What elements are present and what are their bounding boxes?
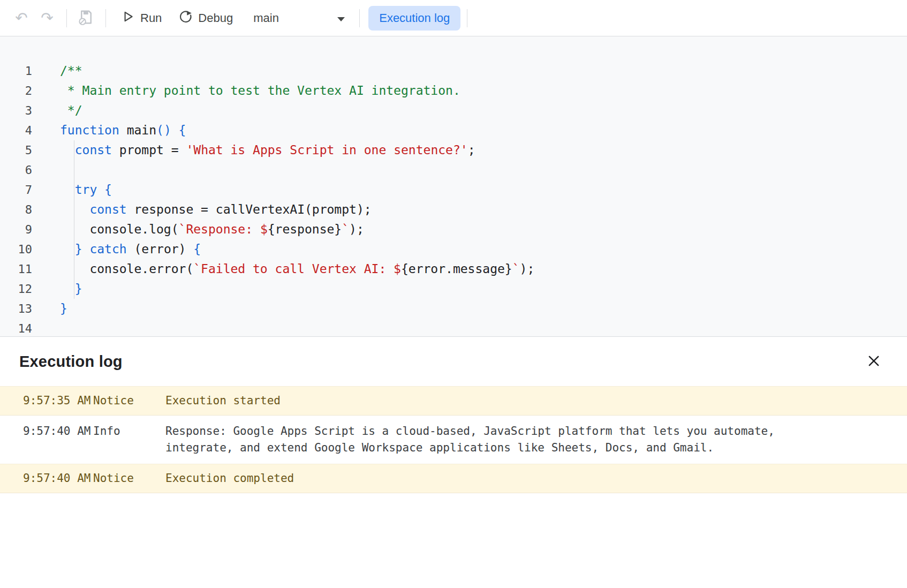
code-line[interactable]: console.log(`Response: ${response}`); [60,220,907,239]
code-line[interactable]: /** [60,61,907,81]
log-timestamp: 9:57:40 AM [0,423,93,440]
line-number: 6 [0,160,45,180]
code-line[interactable]: const prompt = 'What is Apps Script in o… [60,140,907,160]
debug-label: Debug [198,11,233,25]
save-project-button[interactable] [73,5,99,31]
function-selector[interactable]: main [246,7,353,29]
run-button[interactable]: Run [112,5,170,31]
execution-log-panel: Execution log 9:57:35 AMNoticeExecution … [0,336,907,493]
redo-button[interactable]: ↷ [34,5,60,31]
code-line[interactable]: try { [60,180,907,200]
code-line[interactable]: } [60,299,907,319]
toolbar-divider [66,9,67,27]
code-line[interactable]: const response = callVertexAI(prompt); [60,200,907,220]
code-line[interactable]: */ [60,101,907,120]
code-token: {error.message} [401,262,512,276]
code-line[interactable] [60,160,907,180]
code-token: function [60,123,119,137]
code-token: prompt = [112,143,186,157]
code-token: { [179,123,186,137]
line-number: 8 [0,200,45,220]
line-number: 4 [0,120,45,140]
log-entries: 9:57:35 AMNoticeExecution started9:57:40… [0,386,907,493]
code-token: { [104,183,112,197]
line-number: 13 [0,299,45,319]
code-token: catch [89,242,126,256]
save-icon [78,9,94,27]
chevron-down-icon [337,11,345,25]
debug-button[interactable]: Debug [170,5,241,31]
line-number: 7 [0,180,45,200]
run-label: Run [140,11,162,25]
code-token: try [75,183,97,197]
apps-script-editor: ↶ ↷ Run [0,0,907,588]
log-message: Execution completed [165,470,907,487]
code-token: } [75,242,82,256]
run-icon [121,10,135,27]
code-token: ` [512,262,520,276]
code-line[interactable]: } [60,279,907,299]
code-token [171,123,179,137]
code-token: ; [468,143,475,157]
close-icon [866,353,881,370]
code-token: `Failed to call Vertex AI: $ [193,262,401,276]
code-lines[interactable]: /** * Main entry point to test the Verte… [45,36,907,336]
code-line[interactable]: function main() { [60,120,907,140]
code-line[interactable]: } catch (error) { [60,239,907,259]
gutter: 1234567891011121314 [0,36,45,336]
close-button[interactable] [862,350,886,373]
function-selector-value: main [253,11,279,25]
code-token: 'What is Apps Script in one sentence?' [186,143,467,157]
toolbar-divider [105,9,106,27]
toolbar: ↶ ↷ Run [0,0,907,36]
code-line[interactable]: console.error(`Failed to call Vertex AI:… [60,259,907,279]
log-timestamp: 9:57:40 AM [0,470,93,487]
code-token [60,143,75,157]
log-row: 9:57:40 AMNoticeExecution completed [0,464,907,493]
code-token: main [119,123,156,137]
code-token: { [193,242,201,256]
code-token: console.error( [60,262,193,276]
code-line[interactable]: * Main entry point to test the Vertex AI… [60,81,907,101]
code-line[interactable] [60,319,907,336]
code-token: const [75,143,112,157]
log-level: Notice [93,393,165,409]
log-level: Notice [93,470,165,487]
log-row: 9:57:35 AMNoticeExecution started [0,386,907,416]
execution-log-button[interactable]: Execution log [368,6,460,31]
line-number: 11 [0,259,45,279]
code-token [60,202,89,216]
log-message: Response: Google Apps Script is a cloud-… [165,423,907,456]
code-token [60,242,75,256]
code-editor[interactable]: 1234567891011121314 /** * Main entry poi… [0,36,907,336]
toolbar-divider [467,9,467,27]
redo-icon: ↷ [41,11,53,26]
undo-icon: ↶ [15,11,27,26]
code-token: (error) [127,242,194,256]
line-number: 5 [0,140,45,160]
line-number: 9 [0,220,45,239]
code-token [60,282,75,296]
code-token: * Main entry point to test the Vertex AI… [60,84,460,97]
line-number: 12 [0,279,45,299]
undo-button[interactable]: ↶ [9,5,34,31]
execution-log-title: Execution log [19,353,123,371]
toolbar-divider [359,9,360,27]
debug-icon [179,10,193,27]
code-token: } [60,301,67,315]
code-token: const [89,202,126,216]
log-row: 9:57:40 AMInfoResponse: Google Apps Scri… [0,416,907,464]
code-token: response = callVertexAI(prompt); [127,202,372,216]
line-number: 2 [0,81,45,101]
code-token: `Response: $ [179,222,268,236]
log-level: Info [93,423,165,440]
code-token [82,242,90,256]
line-number: 14 [0,319,45,336]
code-token: ); [520,262,535,276]
log-message: Execution started [165,393,907,409]
code-token: */ [60,103,82,117]
code-token: {response} [268,222,342,236]
execution-log-header: Execution log [0,336,907,386]
log-timestamp: 9:57:35 AM [0,393,93,409]
code-token: console.log( [60,222,179,236]
